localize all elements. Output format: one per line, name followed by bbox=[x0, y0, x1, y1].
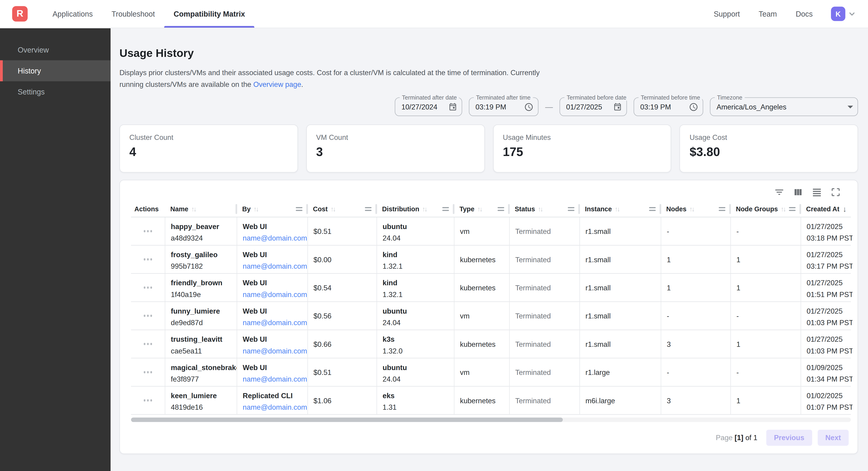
nav-link-team[interactable]: Team bbox=[749, 10, 786, 18]
overview-page-link[interactable]: Overview page bbox=[253, 80, 301, 88]
stat-value: 175 bbox=[503, 145, 661, 159]
created-at-cell: 01/27/202501:51 PM PST bbox=[801, 274, 852, 301]
column-menu-icon[interactable] bbox=[568, 207, 575, 211]
column-header-distribution[interactable]: Distribution↑↓ bbox=[376, 201, 454, 217]
node-groups-cell: 1 bbox=[730, 387, 801, 414]
column-header-name[interactable]: Name↑↓ bbox=[165, 201, 237, 217]
creator-email-link[interactable]: name@domain.com bbox=[243, 374, 303, 384]
node-groups-value: 1 bbox=[737, 395, 740, 406]
terminated-before-time-input[interactable] bbox=[640, 102, 687, 111]
status-cell: Terminated bbox=[509, 387, 579, 414]
row-actions-icon[interactable] bbox=[144, 399, 152, 401]
page-description: Displays prior clusters/VMs and their as… bbox=[119, 67, 556, 90]
sidebar-item-overview[interactable]: Overview bbox=[0, 39, 111, 60]
calendar-icon[interactable] bbox=[613, 102, 622, 111]
timezone-select[interactable] bbox=[716, 102, 845, 111]
sort-arrows-icon[interactable]: ↑↓ bbox=[422, 205, 426, 213]
terminated-after-time-field[interactable]: Terminated after time bbox=[469, 97, 538, 116]
column-header-created-at[interactable]: Created At↓ bbox=[801, 201, 852, 217]
density-icon[interactable] bbox=[812, 187, 822, 198]
timezone-field[interactable]: Timezone bbox=[710, 97, 858, 116]
tab-troubleshoot[interactable]: Troubleshoot bbox=[102, 0, 164, 28]
instance-cell: m6i.large bbox=[579, 387, 661, 414]
node-groups-value: 1 bbox=[737, 254, 740, 265]
sort-arrows-icon[interactable]: ↑↓ bbox=[330, 205, 335, 213]
creator-email-link[interactable]: name@domain.com bbox=[243, 402, 303, 413]
horizontal-scrollbar[interactable] bbox=[131, 417, 851, 422]
column-menu-icon[interactable] bbox=[498, 207, 504, 211]
sort-desc-icon[interactable]: ↓ bbox=[843, 204, 846, 213]
row-actions-icon[interactable] bbox=[144, 315, 152, 317]
nav-link-support[interactable]: Support bbox=[704, 10, 749, 18]
column-header-type[interactable]: Type↑↓ bbox=[454, 201, 509, 217]
nav-link-docs[interactable]: Docs bbox=[786, 10, 822, 18]
column-menu-icon[interactable] bbox=[649, 207, 656, 211]
created-at-cell: 01/09/202501:34 PM PST bbox=[801, 358, 852, 386]
chevron-down-icon[interactable] bbox=[847, 9, 857, 19]
sort-arrows-icon[interactable]: ↑↓ bbox=[538, 205, 542, 213]
created-at-cell: 01/02/202501:07 PM PST bbox=[801, 387, 852, 414]
column-menu-icon[interactable] bbox=[719, 207, 725, 211]
column-menu-icon[interactable] bbox=[789, 207, 796, 211]
column-header-node-groups[interactable]: Node Groups↑↓ bbox=[730, 201, 801, 217]
column-header-cost[interactable]: Cost↑↓ bbox=[307, 201, 376, 217]
creator-email-link[interactable]: name@domain.com bbox=[243, 261, 303, 272]
creator-email-link[interactable]: name@domain.com bbox=[243, 233, 303, 243]
replicated-logo-icon[interactable]: R bbox=[12, 6, 28, 22]
fullscreen-icon[interactable] bbox=[831, 187, 841, 198]
status-cell: Terminated bbox=[509, 274, 579, 301]
terminated-before-date-input[interactable] bbox=[566, 102, 611, 111]
clock-icon[interactable] bbox=[689, 102, 698, 112]
created-time: 01:51 PM PST bbox=[807, 289, 848, 300]
row-actions-icon[interactable] bbox=[144, 230, 152, 232]
nodes-cell: 1 bbox=[661, 246, 730, 273]
column-menu-icon[interactable] bbox=[365, 207, 372, 211]
row-actions-cell bbox=[131, 217, 165, 245]
terminated-after-date-field[interactable]: Terminated after date bbox=[395, 97, 462, 116]
avatar[interactable]: K bbox=[831, 7, 845, 21]
row-actions-icon[interactable] bbox=[144, 258, 152, 260]
sort-arrows-icon[interactable]: ↑↓ bbox=[191, 205, 195, 213]
row-actions-icon[interactable] bbox=[144, 371, 152, 373]
tab-applications[interactable]: Applications bbox=[43, 0, 102, 28]
tab-compatibility-matrix[interactable]: Compatibility Matrix bbox=[164, 0, 254, 28]
column-header-nodes[interactable]: Nodes↑↓ bbox=[661, 201, 730, 217]
creator-email-link[interactable]: name@domain.com bbox=[243, 346, 303, 356]
filter-icon[interactable] bbox=[774, 187, 785, 198]
scrollbar-thumb[interactable] bbox=[131, 417, 563, 422]
row-actions-icon[interactable] bbox=[144, 343, 152, 345]
sort-arrows-icon[interactable]: ↑↓ bbox=[689, 205, 693, 213]
node-groups-cell: - bbox=[730, 217, 801, 245]
terminated-before-time-field[interactable]: Terminated before time bbox=[633, 97, 703, 116]
next-button[interactable]: Next bbox=[817, 430, 849, 446]
distribution-cell: ubuntu24.04 bbox=[376, 302, 454, 329]
terminated-after-time-input[interactable] bbox=[475, 102, 522, 111]
columns-icon[interactable] bbox=[793, 187, 804, 198]
table-row: friendly_brown1f40a19e Web UIname@domain… bbox=[131, 274, 851, 302]
column-header-by[interactable]: By↑↓ bbox=[237, 201, 307, 217]
clock-icon[interactable] bbox=[524, 102, 533, 112]
previous-button[interactable]: Previous bbox=[766, 430, 812, 446]
row-actions-icon[interactable] bbox=[144, 287, 152, 289]
creator-email-link[interactable]: name@domain.com bbox=[243, 318, 303, 328]
column-header-status[interactable]: Status↑↓ bbox=[509, 201, 579, 217]
dropdown-caret-icon[interactable] bbox=[847, 105, 853, 108]
column-menu-icon[interactable] bbox=[442, 207, 449, 211]
created-by: Web UI bbox=[243, 362, 303, 373]
sort-arrows-icon[interactable]: ↑↓ bbox=[615, 205, 619, 213]
creator-email-link[interactable]: name@domain.com bbox=[243, 289, 303, 300]
terminated-after-date-input[interactable] bbox=[401, 102, 446, 111]
column-header-instance[interactable]: Instance↑↓ bbox=[579, 201, 661, 217]
calendar-icon[interactable] bbox=[448, 102, 457, 111]
sort-arrows-icon[interactable]: ↑↓ bbox=[477, 205, 482, 213]
created-date: 01/02/2025 bbox=[807, 390, 848, 401]
description-text: Displays prior clusters/VMs and their as… bbox=[119, 69, 539, 88]
column-menu-icon[interactable] bbox=[296, 207, 303, 211]
sort-arrows-icon[interactable]: ↑↓ bbox=[781, 205, 785, 213]
created-by: Replicated CLI bbox=[243, 390, 303, 401]
sort-arrows-icon[interactable]: ↑↓ bbox=[253, 205, 258, 213]
stat-cards: Cluster Count 4 VM Count 3 Usage Minutes… bbox=[119, 124, 858, 173]
terminated-before-date-field[interactable]: Terminated before date bbox=[560, 97, 627, 116]
sidebar-item-settings[interactable]: Settings bbox=[0, 81, 111, 102]
sidebar-item-history[interactable]: History bbox=[0, 60, 111, 81]
